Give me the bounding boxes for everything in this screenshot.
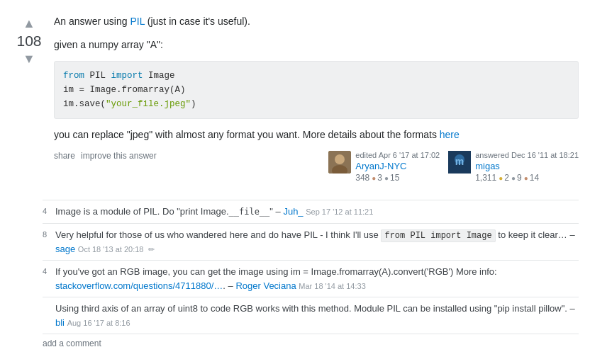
comment-2-score: 8 [43, 229, 50, 241]
comment-2-code: from PIL import Image [381, 229, 495, 242]
user-cards: edited Apr 6 '17 at 17:02 AryanJ-NYC 348… [328, 151, 579, 183]
edited-label: edited Apr 6 '17 at 17:02 [355, 151, 440, 159]
code-block: from PIL import Image im = Image.fromarr… [54, 61, 579, 119]
migas-silver-badge: ● 9 [511, 173, 522, 183]
code-line-3: im.save("your_file.jpeg") [63, 97, 569, 111]
migas-bronze-dot: ● [524, 174, 528, 182]
comment-3-link[interactable]: stackoverflow.com/questions/4711880/… [55, 280, 223, 291]
improve-link[interactable]: improve this answer [81, 151, 157, 161]
migas-rep-score: 1,311 [475, 173, 496, 183]
comment-3-user[interactable]: Roger Veciana [235, 280, 296, 291]
svg-text:m: m [455, 156, 464, 167]
bronze-dot: ● [372, 174, 376, 182]
comment-2-user[interactable]: sage [55, 244, 75, 254]
aryan-silver-badge: ● 15 [384, 173, 399, 183]
comment-4-user[interactable]: bli [55, 317, 65, 328]
svg-point-1 [335, 154, 345, 164]
comment-3-score: 4 [43, 266, 50, 278]
comment-4-body: Using third axis of an array of uint8 to… [55, 302, 579, 329]
migas-silver-dot: ● [511, 174, 516, 182]
action-bar: share improve this answer edited Apr 6 '… [54, 151, 579, 183]
migas-gold-count: 2 [504, 173, 509, 183]
comment-1-body: Image is a module of PIL. Do "print Imag… [55, 205, 579, 219]
answer-intro: An answer using PIL (just in case it's u… [54, 14, 579, 29]
comment-2-edit[interactable]: ✏ [148, 245, 155, 254]
gold-dot: ● [499, 174, 503, 182]
comment-1-score: 4 [43, 205, 50, 217]
intro-text2: (just in case it's useful). [145, 16, 250, 27]
comments-section: 4 Image is a module of PIL. Do "print Im… [0, 200, 590, 353]
share-link[interactable]: share [54, 151, 75, 161]
edited-card-info: edited Apr 6 '17 at 17:02 AryanJ-NYC 348… [355, 151, 440, 183]
pil-link[interactable]: PIL [130, 16, 145, 27]
aryan-rep-score: 348 [355, 173, 369, 183]
aryan-silver-count: 15 [390, 173, 399, 183]
vote-count: 108 [16, 33, 41, 50]
comment-1-text: Image is a module of PIL. Do "print Imag… [55, 206, 273, 217]
comment-4-text-before: Using third axis of an array of uint8 to… [55, 303, 567, 314]
migas-silver-count: 9 [517, 173, 522, 183]
comment-3-body: If you've got an RGB image, you can get … [55, 265, 579, 292]
comment-3-time: Mar 18 '14 at 14:33 [299, 282, 365, 290]
silver-dot: ● [384, 174, 389, 182]
comment-2-sep: – [569, 229, 574, 240]
migas-gold-badge: ● 2 [499, 173, 509, 183]
migas-rep: 1,311 ● 2 ● 9 ● 14 [475, 173, 579, 183]
footer-text: you can replace "jpeg" with almost any f… [54, 127, 579, 142]
code-line-2: im = Image.fromarray(A) [63, 83, 569, 97]
comment-2: 8 Very helpful for those of us who wande… [43, 223, 579, 261]
migas-bronze-count: 14 [530, 173, 539, 183]
vote-down-button[interactable]: ▼ [23, 52, 35, 65]
add-comment[interactable]: add a comment [43, 334, 579, 353]
vote-column: ▲ 108 ▼ [11, 14, 47, 193]
answer-body: An answer using PIL (just in case it's u… [47, 14, 579, 193]
comment-2-body: Very helpful for those of us who wandere… [55, 228, 579, 256]
comment-4-sep: – [570, 303, 575, 314]
edited-card: edited Apr 6 '17 at 17:02 AryanJ-NYC 348… [328, 151, 440, 183]
aryan-rep: 348 ● 3 ● 15 [355, 173, 440, 183]
aryan-avatar [328, 151, 351, 174]
answered-card: m answered Dec 16 '11 at 18:21 migas 1,3… [448, 151, 579, 183]
comment-4-time: Aug 16 '17 at 8:16 [67, 319, 130, 327]
comment-2-text-before: Very helpful for those of us who wandere… [55, 229, 381, 240]
comment-2-text-after: to keep it clear… [496, 229, 567, 240]
comment-1: 4 Image is a module of PIL. Do "print Im… [43, 200, 579, 223]
comment-2-time: Oct 18 '13 at 20:18 [78, 245, 144, 254]
comment-3-sep: – [228, 280, 236, 291]
comment-1-sep: – [276, 206, 284, 217]
aryan-bronze-badge: ● 3 [372, 173, 382, 183]
vote-up-button[interactable]: ▲ [23, 17, 35, 30]
comment-4: Using third axis of an array of uint8 to… [43, 297, 579, 334]
comment-3: 4 If you've got an RGB image, you can ge… [43, 260, 579, 297]
answered-card-info: answered Dec 16 '11 at 18:21 migas 1,311… [475, 151, 579, 183]
formats-link[interactable]: here [440, 129, 460, 140]
code-line-1: from PIL import Image [63, 69, 569, 83]
comment-3-text-before: If you've got an RGB image, you can get … [55, 266, 497, 277]
footer-text-before: you can replace "jpeg" with almost any f… [54, 129, 440, 140]
comment-1-time: Sep 17 '12 at 11:21 [306, 207, 373, 216]
migas-username[interactable]: migas [475, 161, 579, 171]
migas-bronze-badge: ● 14 [524, 173, 539, 183]
given-text: given a numpy array "A": [54, 38, 579, 52]
comment-1-user[interactable]: Juh_ [283, 206, 303, 217]
answered-label: answered Dec 16 '11 at 18:21 [475, 151, 579, 159]
answer-container: ▲ 108 ▼ An answer using PIL (just in cas… [0, 7, 590, 200]
aryan-bronze-count: 3 [377, 173, 382, 183]
aryan-username[interactable]: AryanJ-NYC [355, 161, 440, 171]
intro-text: An answer using [54, 16, 130, 27]
migas-avatar: m [448, 151, 471, 174]
comment-3-text-after: . [223, 280, 226, 291]
